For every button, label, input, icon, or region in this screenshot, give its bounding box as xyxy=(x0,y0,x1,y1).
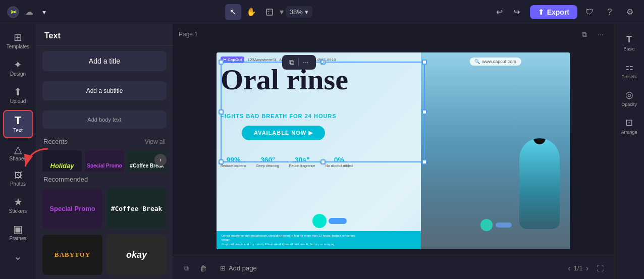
app-logo: ✂ xyxy=(6,5,20,19)
canvas-copy-icon[interactable]: ⧉ xyxy=(577,27,592,41)
add-title-button[interactable]: Add a title xyxy=(42,51,167,71)
bottom-right: ‹ 1/1 › ⛶ xyxy=(568,261,608,276)
canvas-toolbar: Page 1 ⧉ ··· xyxy=(173,24,614,44)
select-tool-button[interactable]: ↖ xyxy=(225,4,241,20)
rec-item-coffee-break[interactable]: #Coffee Break xyxy=(106,188,167,229)
bottom-tools: ⧉ 🗑 xyxy=(179,261,211,276)
stat-label-2: Retain fragrance xyxy=(289,164,315,168)
cloud-save-icon: ☁ xyxy=(25,7,33,17)
sidebar-item-more[interactable]: ⌄ xyxy=(3,247,33,265)
stat-label-0: Reduce bacteria xyxy=(221,164,246,168)
text-tool-icon: T xyxy=(15,115,21,126)
help-button[interactable]: ? xyxy=(602,4,618,20)
settings-button[interactable]: ⚙ xyxy=(622,4,638,20)
export-button[interactable]: ⬆ Export xyxy=(530,5,577,19)
bottom-delete-button[interactable]: 🗑 xyxy=(196,261,211,276)
stat-cleaning: 360° Deep cleaning xyxy=(256,156,279,168)
prop-opacity[interactable]: ◎ Opacity xyxy=(617,85,642,111)
add-subtitle-button[interactable]: Add a subtitle xyxy=(42,81,167,100)
sidebar-item-design[interactable]: ✦ Design xyxy=(3,55,33,81)
next-page-button[interactable]: › xyxy=(586,264,588,273)
zoom-value: 38% xyxy=(290,8,303,16)
oral-header: ✂ CapCut 123AnywhereSt., AnyCity +123-45… xyxy=(221,57,336,63)
stat-fragrance: 30s" Retain fragrance xyxy=(289,156,315,168)
rec-item-babytoy[interactable]: BABYTOY xyxy=(42,235,102,275)
panel-title: Text xyxy=(44,31,61,40)
frames-icon: ▣ xyxy=(13,224,23,234)
shield-icon-button[interactable]: 🛡 xyxy=(581,4,598,20)
fullscreen-button[interactable]: ⛶ xyxy=(593,261,608,276)
hand-tool-button[interactable]: ✋ xyxy=(243,4,259,20)
chevron-frame-icon: ▾ xyxy=(280,7,284,17)
add-page-button[interactable]: ⊞ Add page xyxy=(215,262,262,274)
more-icon: ⌄ xyxy=(14,251,22,261)
sidebar-label-shapes: Shapes xyxy=(10,156,27,161)
presets-icon: ⚏ xyxy=(625,62,633,73)
sidebar-label-stickers: Stickers xyxy=(9,208,27,214)
document-title[interactable]: ▾ xyxy=(40,8,46,16)
text-panel-header: Text xyxy=(36,24,173,46)
undo-button[interactable]: ↩ xyxy=(492,4,508,20)
rec-item-okay[interactable]: okay xyxy=(106,235,167,275)
recommended-grid-2: BABYTOY okay xyxy=(36,233,173,279)
bottom-text: Dental recommended mouthwash, clinically… xyxy=(222,234,363,246)
sidebar-item-upload[interactable]: ⬆ Upload xyxy=(3,83,33,108)
recent-item-special[interactable]: Special Promo xyxy=(85,150,124,172)
tool-group: ↖ ✋ ▾ 38% ▾ xyxy=(51,4,487,20)
float-toolbar: ⧉ ··· xyxy=(282,55,316,70)
view-all-link[interactable]: View all xyxy=(145,138,166,145)
main-layout: ⊞ Templates ✦ Design ⬆ Upload T Text △ S… xyxy=(0,24,644,279)
sidebar-item-photos[interactable]: 🖼 Photos xyxy=(3,168,33,191)
bottom-info-bar: Dental recommended mouthwash, clinically… xyxy=(217,231,428,249)
zoom-control[interactable]: 38% ▾ xyxy=(286,6,312,18)
sidebar-item-text[interactable]: T Text xyxy=(3,110,33,138)
chevron-down-icon: ▾ xyxy=(42,8,46,16)
recommended-grid: Special Promo #Coffee Break xyxy=(36,186,173,233)
stat-num-1: 360° xyxy=(256,156,279,164)
frame-tool-button[interactable] xyxy=(261,4,278,20)
stat-num-0: 99% xyxy=(221,156,246,164)
prop-arrange[interactable]: ⊡ Arrange xyxy=(617,113,642,139)
rec-item-special-promo[interactable]: Special Promo xyxy=(42,188,102,229)
toolbar-divider xyxy=(298,58,299,66)
cta-button[interactable]: AVAILABLE NOW ▶ xyxy=(242,126,325,140)
redo-button[interactable]: ↪ xyxy=(509,4,525,20)
bottom-bar: ⧉ 🗑 ⊞ Add page ‹ 1/1 › ⛶ xyxy=(173,257,614,279)
prev-page-button[interactable]: ‹ xyxy=(568,264,570,273)
float-copy-button[interactable]: ⧉ xyxy=(286,57,297,68)
subheading: FIGHTS BAD BREATH FOR 24 HOURS xyxy=(221,113,337,119)
canvas-wrapper[interactable]: ✂ CapCut 123AnywhereSt., AnyCity +123-45… xyxy=(173,44,614,257)
sidebar-item-templates[interactable]: ⊞ Templates xyxy=(3,28,33,53)
stat-label-1: Deep cleaning xyxy=(256,164,279,168)
capcut-logo: ✂ CapCut xyxy=(221,57,244,63)
canvas-more-icon[interactable]: ··· xyxy=(594,27,608,41)
sidebar-item-stickers[interactable]: ★ Stickers xyxy=(3,193,33,218)
canvas-content[interactable]: ✂ CapCut 123AnywhereSt., AnyCity +123-45… xyxy=(217,52,570,249)
sidebar-label-upload: Upload xyxy=(10,98,26,104)
prop-presets-label: Presets xyxy=(621,74,637,79)
add-body-button[interactable]: Add body text xyxy=(42,110,167,129)
recent-item-holiday[interactable]: Holiday xyxy=(42,150,82,172)
prop-basic[interactable]: T Basic xyxy=(617,30,642,55)
sidebar-icons: ⊞ Templates ✦ Design ⬆ Upload T Text △ S… xyxy=(0,24,36,279)
page-nav: ‹ 1/1 › xyxy=(568,264,588,273)
recents-label: Recents xyxy=(43,138,68,145)
recents-next-button[interactable]: › xyxy=(154,154,167,166)
sidebar-label-design: Design xyxy=(10,71,26,77)
templates-icon: ⊞ xyxy=(14,32,22,42)
bottom-copy-button[interactable]: ⧉ xyxy=(179,261,194,276)
sidebar-item-frames[interactable]: ▣ Frames xyxy=(3,220,33,245)
topbar: ✂ ☁ ▾ ↖ ✋ ▾ 38% ▾ ↩ ↪ ⬆ Export 🛡 ? ⚙ xyxy=(0,0,644,24)
stat-num-3: 0% xyxy=(326,156,353,164)
float-more-button[interactable]: ··· xyxy=(300,57,312,67)
recents-grid: Holiday Special Promo #Coffee Break › xyxy=(36,148,173,172)
right-image-panel: 🔍 www.capcut.com xyxy=(421,52,570,249)
add-page-icon: ⊞ xyxy=(220,264,226,272)
photos-icon: 🖼 xyxy=(14,172,22,180)
sidebar-item-shapes[interactable]: △ Shapes xyxy=(3,140,33,165)
opacity-icon: ◎ xyxy=(625,89,633,100)
shapes-icon: △ xyxy=(14,144,22,154)
prop-arrange-label: Arrange xyxy=(621,130,637,135)
prop-presets[interactable]: ⚏ Presets xyxy=(617,58,642,83)
sidebar-label-text: Text xyxy=(13,128,22,133)
